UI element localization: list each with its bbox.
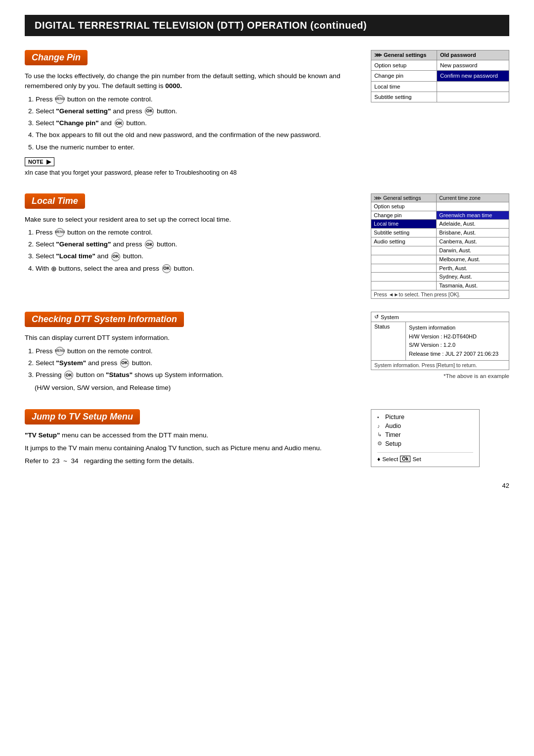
table-row: Sydney, Aust. xyxy=(371,273,509,282)
change-pin-heading: Change Pin xyxy=(25,50,88,65)
step-item: The box appears to fill out the old and … xyxy=(36,130,361,140)
setup-box-footer: ♦ Select Ok Set xyxy=(377,452,473,463)
setup-item-label: Audio xyxy=(385,423,401,429)
setup-item-audio: ♪ Audio xyxy=(377,423,473,429)
setup-item-picture: ▪ Picture xyxy=(377,414,473,421)
change-pin-steps: Press MENU button on the remote control.… xyxy=(36,94,361,152)
system-box-header: ↺ System xyxy=(371,312,509,322)
checking-dtt-section: Checking DTT System Information This can… xyxy=(25,312,509,396)
table-cell: Change pin xyxy=(371,211,437,220)
setup-item-timer: ↳ Timer xyxy=(377,431,473,438)
table-cell xyxy=(371,246,437,255)
table-cell: Subtitle setting xyxy=(371,229,437,237)
ok-icon: OK xyxy=(120,359,129,368)
local-time-diagram: ⋙ General settings Current time zone Opt… xyxy=(371,193,509,299)
checking-dtt-diagram: ↺ System Status System information H/W V… xyxy=(371,312,509,396)
step-item: Select "System" and press OK button. xyxy=(36,358,361,368)
table-cell: Darwin, Aust. xyxy=(437,246,509,255)
table-cell: Brisbane, Aust. xyxy=(437,229,509,237)
checking-dtt-steps: Press MENU button on the remote control.… xyxy=(36,346,361,380)
local-time-intro: Make sure to select your resident area t… xyxy=(25,215,361,225)
table-cell: Audio setting xyxy=(371,237,437,246)
select-label: Select xyxy=(382,456,398,462)
ok-icon: OK xyxy=(115,119,124,128)
table-row: ⋙ General settings Current time zone xyxy=(371,193,509,202)
table-cell: Local time xyxy=(371,81,437,92)
table-row: Melbourne, Aust. xyxy=(371,255,509,264)
table-cell: Melbourne, Aust. xyxy=(437,255,509,264)
table-cell: Perth, Aust. xyxy=(437,264,509,273)
header-title: DIGITAL TERRESTRIAL TELEVISION (DTT) OPE… xyxy=(35,20,367,31)
table-cell: Subtitle setting xyxy=(371,92,437,102)
step-item: Select "Local time" and OK button. xyxy=(36,251,361,261)
table-cell xyxy=(371,255,437,264)
table-row: Change pin Greenwich mean time xyxy=(371,211,509,220)
system-box-content: System information H/W Version : H2-DT64… xyxy=(406,322,501,360)
table-footer: Press ◄►to select. Then press [OK]. xyxy=(371,290,509,299)
change-pin-content: Change Pin To use the locks effectively,… xyxy=(25,50,361,181)
change-pin-diagram: ⋙ General settings Old password Option s… xyxy=(371,50,509,181)
ok-icon: OK xyxy=(162,264,171,273)
checking-dtt-content: Checking DTT System Information This can… xyxy=(25,312,361,396)
step-item: Pressing OK button on "Status" shows up … xyxy=(36,370,361,380)
jump-tv-para1: "TV Setup" menu can be accessed from the… xyxy=(25,430,361,440)
local-time-steps: Press MENU button on the remote control.… xyxy=(36,228,361,274)
system-label: System xyxy=(381,314,399,320)
table-cell: Canberra, Aust. xyxy=(437,237,509,246)
menu-icon: MENU xyxy=(55,95,64,104)
picture-icon: ▪ xyxy=(377,414,385,420)
table-row: ⋙ General settings Old password xyxy=(371,50,509,60)
table-cell: Sydney, Aust. xyxy=(437,273,509,282)
step-item: Select "General setting" and press OK bu… xyxy=(36,239,361,249)
step-item: Select "General setting" and press OK bu… xyxy=(36,106,361,116)
jump-tv-section: Jump to TV Setup Menu "TV Setup" menu ca… xyxy=(25,409,509,470)
ok-icon: OK xyxy=(111,252,120,261)
table-cell: Option setup xyxy=(371,60,437,71)
table-header-left: ⋙ General settings xyxy=(371,50,437,60)
table-row: Subtitle setting Brisbane, Aust. xyxy=(371,229,509,237)
table-header: ⋙ General settings xyxy=(371,193,437,202)
step-item: Use the numeric number to enter. xyxy=(36,142,361,152)
menu-icon: MENU xyxy=(55,228,64,237)
table-cell xyxy=(437,92,509,102)
menu-icon: MENU xyxy=(55,347,64,356)
audio-icon: ♪ xyxy=(377,423,385,429)
step-item: Press MENU button on the remote control. xyxy=(36,346,361,356)
table-cell: Adelaide, Aust. xyxy=(437,220,509,229)
table-cell: Tasmania, Aust. xyxy=(437,282,509,290)
table-cell xyxy=(437,202,509,211)
setup-icon: ⚙ xyxy=(377,440,385,447)
select-arrow-icon: ♦ xyxy=(377,456,380,463)
ok-icon: OK xyxy=(145,107,154,116)
system-info-box: ↺ System Status System information H/W V… xyxy=(371,312,509,370)
jump-tv-heading: Jump to TV Setup Menu xyxy=(25,409,140,425)
table-row: Perth, Aust. xyxy=(371,264,509,273)
table-row: Tasmania, Aust. xyxy=(371,282,509,290)
example-note: *The above is an example xyxy=(371,372,509,380)
system-status-label: Status xyxy=(371,322,406,360)
table-cell-highlight: Confirm new password xyxy=(437,71,509,81)
table-cell xyxy=(437,81,509,92)
table-cell-highlight: Greenwich mean time xyxy=(437,211,509,220)
setup-item-label: Setup xyxy=(385,440,401,447)
checking-dtt-intro: This can display current DTT system info… xyxy=(25,333,361,343)
table-row: Press ◄►to select. Then press [OK]. xyxy=(371,290,509,299)
note-block: NOTE ▶ xIn case that you forget your pas… xyxy=(25,155,361,178)
table-row: Option setup xyxy=(371,202,509,211)
table-row: Audio setting Canberra, Aust. xyxy=(371,237,509,246)
table-row: Darwin, Aust. xyxy=(371,246,509,255)
table-header: Current time zone xyxy=(437,193,509,202)
jump-tv-para3: Refer to 23 ~ 34 regarding the setting f… xyxy=(25,456,361,466)
table-cell: Option setup xyxy=(371,202,437,211)
checking-dtt-heading: Checking DTT System Information xyxy=(25,312,184,327)
table-row: Local time xyxy=(371,81,509,92)
step-item: Select "Change pin" and OK button. xyxy=(36,118,361,128)
setup-item-setup: ⚙ Setup xyxy=(377,440,473,447)
system-box-row: Status System information H/W Version : … xyxy=(371,322,509,360)
step-item: Press MENU button on the remote control. xyxy=(36,228,361,237)
table-cell xyxy=(371,282,437,290)
local-time-content: Local Time Make sure to select your resi… xyxy=(25,193,361,299)
table-cell xyxy=(371,273,437,282)
table-cell xyxy=(371,264,437,273)
note-text: xIn case that you forget your password, … xyxy=(25,168,361,178)
